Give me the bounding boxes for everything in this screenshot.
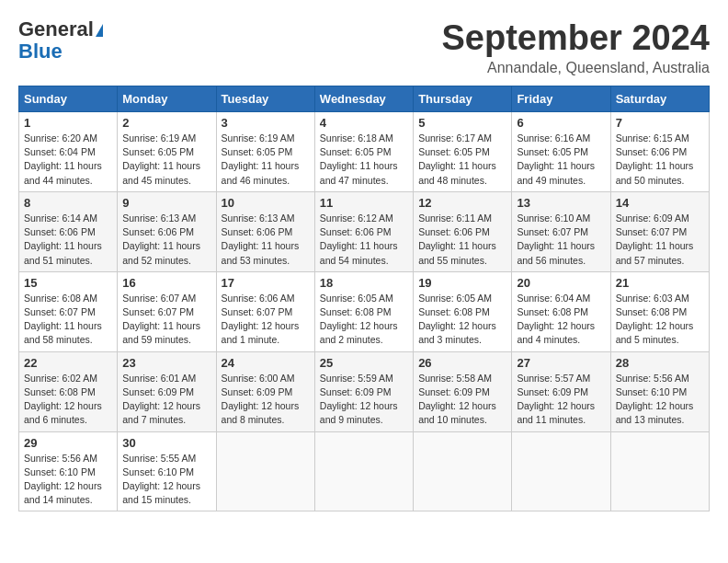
day-info: Sunrise: 6:16 AMSunset: 6:05 PMDaylight:… [517,132,605,188]
table-row: 14Sunrise: 6:09 AMSunset: 6:07 PMDayligh… [610,191,709,271]
table-row: 5Sunrise: 6:17 AMSunset: 6:05 PMDaylight… [414,112,512,192]
day-info: Sunrise: 6:13 AMSunset: 6:06 PMDaylight:… [122,212,210,268]
day-info: Sunrise: 5:56 AMSunset: 6:10 PMDaylight:… [616,372,704,428]
day-info: Sunrise: 6:14 AMSunset: 6:06 PMDaylight:… [24,212,112,268]
day-info: Sunrise: 6:03 AMSunset: 6:08 PMDaylight:… [616,292,704,348]
day-number: 22 [24,356,112,370]
calendar-week-row: 22Sunrise: 6:02 AMSunset: 6:08 PMDayligh… [19,351,710,431]
day-number: 17 [222,276,310,290]
day-info: Sunrise: 6:09 AMSunset: 6:07 PMDaylight:… [616,212,704,268]
title-block: September 2024 Annandale, Queensland, Au… [442,18,711,76]
location: Annandale, Queensland, Australia [442,60,711,76]
calendar-week-row: 8Sunrise: 6:14 AMSunset: 6:06 PMDaylight… [19,191,710,271]
table-row: 4Sunrise: 6:18 AMSunset: 6:05 PMDaylight… [314,112,413,192]
day-number: 29 [24,436,112,450]
table-row: 1Sunrise: 6:20 AMSunset: 6:04 PMDaylight… [19,112,118,192]
day-number: 20 [517,276,605,290]
logo-blue: Blue [18,40,103,63]
day-info: Sunrise: 6:18 AMSunset: 6:05 PMDaylight:… [320,132,408,188]
table-row: 29Sunrise: 5:56 AMSunset: 6:10 PMDayligh… [19,431,118,511]
page-header: General Blue September 2024 Annandale, Q… [18,18,710,76]
table-row: 8Sunrise: 6:14 AMSunset: 6:06 PMDaylight… [19,191,118,271]
table-row: 28Sunrise: 5:56 AMSunset: 6:10 PMDayligh… [610,351,709,431]
table-row: 24Sunrise: 6:00 AMSunset: 6:09 PMDayligh… [216,351,314,431]
day-info: Sunrise: 6:15 AMSunset: 6:06 PMDaylight:… [616,132,704,188]
table-row: 7Sunrise: 6:15 AMSunset: 6:06 PMDaylight… [610,112,709,192]
day-info: Sunrise: 6:12 AMSunset: 6:06 PMDaylight:… [320,212,408,268]
table-row: 25Sunrise: 5:59 AMSunset: 6:09 PMDayligh… [314,351,413,431]
table-row: 3Sunrise: 6:19 AMSunset: 6:05 PMDaylight… [216,112,314,192]
table-row: 23Sunrise: 6:01 AMSunset: 6:09 PMDayligh… [118,351,216,431]
day-info: Sunrise: 5:57 AMSunset: 6:09 PMDaylight:… [517,372,605,428]
day-number: 4 [320,116,408,130]
day-info: Sunrise: 6:08 AMSunset: 6:07 PMDaylight:… [24,292,112,348]
table-row: 6Sunrise: 6:16 AMSunset: 6:05 PMDaylight… [512,112,610,192]
col-friday: Friday [512,86,610,112]
col-thursday: Thursday [414,86,512,112]
day-number: 6 [517,116,605,130]
month-title: September 2024 [442,18,711,58]
table-row [512,431,610,511]
day-info: Sunrise: 6:01 AMSunset: 6:09 PMDaylight:… [122,372,210,428]
day-number: 11 [320,196,408,210]
col-wednesday: Wednesday [314,86,413,112]
day-number: 28 [616,356,704,370]
logo-icon [96,24,103,37]
calendar-week-row: 1Sunrise: 6:20 AMSunset: 6:04 PMDaylight… [19,112,710,192]
day-number: 24 [222,356,310,370]
day-number: 30 [122,436,210,450]
day-number: 19 [418,276,506,290]
table-row [414,431,512,511]
table-row: 20Sunrise: 6:04 AMSunset: 6:08 PMDayligh… [512,271,610,351]
day-number: 23 [122,356,210,370]
day-info: Sunrise: 6:06 AMSunset: 6:07 PMDaylight:… [222,292,310,348]
day-info: Sunrise: 6:19 AMSunset: 6:05 PMDaylight:… [122,132,210,188]
day-info: Sunrise: 5:56 AMSunset: 6:10 PMDaylight:… [24,452,112,508]
calendar-header-row: Sunday Monday Tuesday Wednesday Thursday… [19,86,710,112]
day-number: 18 [320,276,408,290]
day-info: Sunrise: 6:10 AMSunset: 6:07 PMDaylight:… [517,212,605,268]
table-row [216,431,314,511]
col-sunday: Sunday [19,86,118,112]
day-info: Sunrise: 6:07 AMSunset: 6:07 PMDaylight:… [122,292,210,348]
day-info: Sunrise: 6:00 AMSunset: 6:09 PMDaylight:… [222,372,310,428]
day-number: 21 [616,276,704,290]
table-row: 10Sunrise: 6:13 AMSunset: 6:06 PMDayligh… [216,191,314,271]
day-info: Sunrise: 5:55 AMSunset: 6:10 PMDaylight:… [122,452,210,508]
day-info: Sunrise: 6:05 AMSunset: 6:08 PMDaylight:… [320,292,408,348]
day-info: Sunrise: 6:17 AMSunset: 6:05 PMDaylight:… [418,132,506,188]
table-row: 26Sunrise: 5:58 AMSunset: 6:09 PMDayligh… [414,351,512,431]
table-row: 22Sunrise: 6:02 AMSunset: 6:08 PMDayligh… [19,351,118,431]
day-number: 1 [24,116,112,130]
day-number: 9 [122,196,210,210]
table-row: 18Sunrise: 6:05 AMSunset: 6:08 PMDayligh… [314,271,413,351]
day-number: 26 [418,356,506,370]
day-info: Sunrise: 6:11 AMSunset: 6:06 PMDaylight:… [418,212,506,268]
day-number: 15 [24,276,112,290]
day-number: 27 [517,356,605,370]
day-number: 16 [122,276,210,290]
table-row [610,431,709,511]
day-info: Sunrise: 6:05 AMSunset: 6:08 PMDaylight:… [418,292,506,348]
table-row: 13Sunrise: 6:10 AMSunset: 6:07 PMDayligh… [512,191,610,271]
day-info: Sunrise: 6:19 AMSunset: 6:05 PMDaylight:… [222,132,310,188]
day-number: 8 [24,196,112,210]
day-info: Sunrise: 6:04 AMSunset: 6:08 PMDaylight:… [517,292,605,348]
day-info: Sunrise: 5:59 AMSunset: 6:09 PMDaylight:… [320,372,408,428]
table-row: 2Sunrise: 6:19 AMSunset: 6:05 PMDaylight… [118,112,216,192]
day-info: Sunrise: 6:20 AMSunset: 6:04 PMDaylight:… [24,132,112,188]
table-row: 11Sunrise: 6:12 AMSunset: 6:06 PMDayligh… [314,191,413,271]
table-row: 27Sunrise: 5:57 AMSunset: 6:09 PMDayligh… [512,351,610,431]
day-info: Sunrise: 5:58 AMSunset: 6:09 PMDaylight:… [418,372,506,428]
table-row: 21Sunrise: 6:03 AMSunset: 6:08 PMDayligh… [610,271,709,351]
day-info: Sunrise: 6:13 AMSunset: 6:06 PMDaylight:… [222,212,310,268]
table-row: 9Sunrise: 6:13 AMSunset: 6:06 PMDaylight… [118,191,216,271]
calendar-week-row: 29Sunrise: 5:56 AMSunset: 6:10 PMDayligh… [19,431,710,511]
day-number: 3 [222,116,310,130]
col-monday: Monday [118,86,216,112]
day-info: Sunrise: 6:02 AMSunset: 6:08 PMDaylight:… [24,372,112,428]
day-number: 2 [122,116,210,130]
table-row: 12Sunrise: 6:11 AMSunset: 6:06 PMDayligh… [414,191,512,271]
logo: General Blue [18,18,103,63]
day-number: 7 [616,116,704,130]
